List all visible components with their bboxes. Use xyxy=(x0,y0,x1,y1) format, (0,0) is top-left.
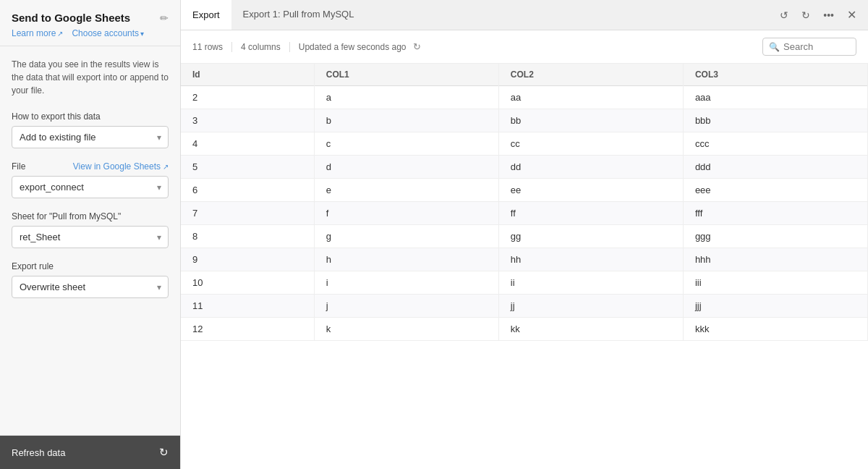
table-cell: cc xyxy=(498,132,683,156)
table-cell: b xyxy=(314,109,498,132)
sheet-section: Sheet for "Pull from MySQL" ret_Sheet xyxy=(12,211,169,248)
right-panel: Export Export 1: Pull from MySQL ↺ ↻ •••… xyxy=(181,0,868,469)
col-header-col1: COL1 xyxy=(314,64,498,86)
table-row: 3bbbbbb xyxy=(181,109,868,132)
choose-accounts-link[interactable]: Choose accounts ▾ xyxy=(72,28,144,38)
table-cell: 4 xyxy=(181,132,314,156)
redo-button[interactable]: ↻ xyxy=(797,7,814,24)
table-cell: 3 xyxy=(181,109,314,132)
table-cell: a xyxy=(314,86,498,109)
table-cell: ddd xyxy=(683,156,867,179)
table-cell: 9 xyxy=(181,248,314,271)
how-to-export-select[interactable]: Add to existing file Create new file Rep… xyxy=(12,126,169,148)
export-rule-section: Export rule Overwrite sheet Append to sh… xyxy=(12,261,169,298)
panel-body: The data you see in the results view is … xyxy=(0,46,180,435)
table-cell: ggg xyxy=(683,225,867,248)
col-header-id: Id xyxy=(181,64,314,86)
app-container: Send to Google Sheets ✏ Learn more ↗ Cho… xyxy=(0,0,868,469)
sheet-label: Sheet for "Pull from MySQL" xyxy=(12,211,169,221)
sheet-select-wrapper: ret_Sheet xyxy=(12,226,169,248)
tab-export[interactable]: Export xyxy=(181,0,231,30)
col-count: 4 columns xyxy=(241,42,281,52)
external-link-icon-file: ↗ xyxy=(163,163,169,171)
panel-title: Send to Google Sheets xyxy=(12,12,130,24)
table-cell: 10 xyxy=(181,271,314,295)
close-button[interactable]: ✕ xyxy=(843,5,861,25)
file-select[interactable]: export_connect xyxy=(12,176,169,198)
table-cell: k xyxy=(314,318,498,341)
table-row: 5dddddd xyxy=(181,156,868,179)
separator-2 xyxy=(289,42,290,52)
table-row: 6eeeeee xyxy=(181,179,868,202)
table-cell: c xyxy=(314,132,498,156)
table-cell: bb xyxy=(498,109,683,132)
table-cell: g xyxy=(314,225,498,248)
table-cell: 6 xyxy=(181,179,314,202)
table-cell: e xyxy=(314,179,498,202)
table-cell: h xyxy=(314,248,498,271)
table-cell: dd xyxy=(498,156,683,179)
table-cell: iii xyxy=(683,271,867,295)
table-cell: kk xyxy=(498,318,683,341)
export-rule-select[interactable]: Overwrite sheet Append to sheet xyxy=(12,276,169,298)
refresh-icon: ↻ xyxy=(159,446,169,459)
table-cell: ee xyxy=(498,179,683,202)
learn-more-link[interactable]: Learn more ↗ xyxy=(12,28,63,38)
info-text: The data you see in the results view is … xyxy=(12,58,169,97)
table-cell: 8 xyxy=(181,225,314,248)
table-cell: d xyxy=(314,156,498,179)
tabs-bar: Export Export 1: Pull from MySQL ↺ ↻ •••… xyxy=(181,0,868,30)
table-cell: 11 xyxy=(181,295,314,318)
table-cell: ff xyxy=(498,202,683,225)
table-header-row: Id COL1 COL2 COL3 xyxy=(181,64,868,86)
table-cell: i xyxy=(314,271,498,295)
table-cell: 7 xyxy=(181,202,314,225)
row-count: 11 rows xyxy=(192,42,223,52)
edit-icon[interactable]: ✏ xyxy=(160,12,169,24)
sheet-select[interactable]: ret_Sheet xyxy=(12,226,169,248)
table-cell: bbb xyxy=(683,109,867,132)
table-cell: hhh xyxy=(683,248,867,271)
updated-text: Updated a few seconds ago ↻ xyxy=(299,40,424,54)
table-cell: ccc xyxy=(683,132,867,156)
chevron-down-icon: ▾ xyxy=(140,30,144,38)
table-row: 8gggggg xyxy=(181,225,868,248)
table-cell: eee xyxy=(683,179,867,202)
toolbar: 11 rows 4 columns Updated a few seconds … xyxy=(181,30,868,64)
table-cell: aaa xyxy=(683,86,867,109)
table-cell: 12 xyxy=(181,318,314,341)
panel-header: Send to Google Sheets ✏ Learn more ↗ Cho… xyxy=(0,0,180,46)
view-in-sheets-link[interactable]: View in Google Sheets ↗ xyxy=(73,161,169,172)
file-section-header: File View in Google Sheets ↗ xyxy=(12,161,169,172)
table-row: 10iiiiii xyxy=(181,271,868,295)
toolbar-refresh-button[interactable]: ↻ xyxy=(410,40,424,54)
file-select-wrapper: export_connect xyxy=(12,176,169,198)
how-to-export-wrapper: Add to existing file Create new file Rep… xyxy=(12,126,169,148)
table-cell: hh xyxy=(498,248,683,271)
table-cell: aa xyxy=(498,86,683,109)
panel-footer: Refresh data ↻ xyxy=(0,435,180,469)
more-options-button[interactable]: ••• xyxy=(819,7,838,24)
file-section: File View in Google Sheets ↗ export_conn… xyxy=(12,161,169,198)
external-link-icon: ↗ xyxy=(57,30,63,38)
search-icon: 🔍 xyxy=(769,42,780,52)
col-header-col2: COL2 xyxy=(498,64,683,86)
refresh-data-button[interactable]: Refresh data ↻ xyxy=(0,436,180,469)
panel-title-row: Send to Google Sheets ✏ xyxy=(12,12,169,24)
table-cell: fff xyxy=(683,202,867,225)
col-header-col3: COL3 xyxy=(683,64,867,86)
undo-button[interactable]: ↺ xyxy=(775,7,793,24)
table-row: 11jjjjjj xyxy=(181,295,868,318)
table-row: 12kkkkkk xyxy=(181,318,868,341)
panel-links: Learn more ↗ Choose accounts ▾ xyxy=(12,28,169,38)
search-input[interactable] xyxy=(783,41,850,52)
table-row: 4cccccc xyxy=(181,132,868,156)
how-to-export-section: How to export this data Add to existing … xyxy=(12,111,169,148)
table-row: 2aaaaaa xyxy=(181,86,868,109)
table-row: 9hhhhhh xyxy=(181,248,868,271)
search-box: 🔍 xyxy=(762,38,856,56)
file-label: File xyxy=(12,161,25,172)
tab-export1-pull-from-mysql[interactable]: Export 1: Pull from MySQL xyxy=(231,1,366,29)
how-to-export-label: How to export this data xyxy=(12,111,169,122)
table-cell: f xyxy=(314,202,498,225)
